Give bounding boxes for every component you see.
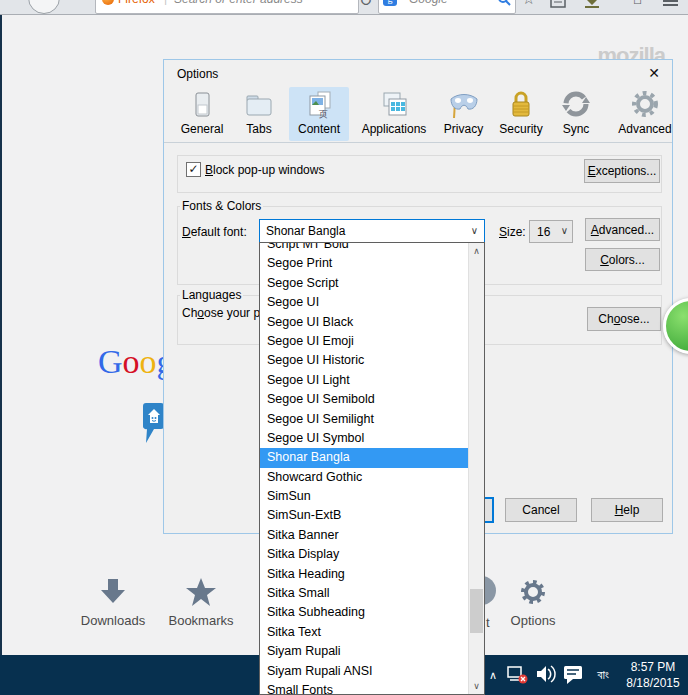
languages-group-title: Languages [180,288,243,302]
tab-general[interactable]: General [172,87,232,141]
scrollbar-down-icon[interactable]: ∨ [469,678,484,694]
font-option[interactable]: Sitka Subheading [260,603,469,622]
exceptions-button[interactable]: Exceptions... [584,159,660,183]
size-label: Size: [499,225,526,239]
options-shortcut[interactable]: Options [492,577,574,628]
font-option[interactable]: Segoe UI [260,293,469,312]
combo-chevron-icon: ∨ [471,225,478,236]
url-input[interactable]: Search or enter address [174,0,303,6]
firefox-chip-label: Firefox [118,0,155,6]
fonts-group-title: Fonts & Colors [180,199,263,213]
google-logo: Goog [98,343,163,393]
font-option[interactable]: Segoe UI Semilight [260,410,469,429]
url-separator: | [164,0,167,5]
tabs-icon [243,89,275,121]
url-bar[interactable]: Firefox | Search or enter address ∨ [95,0,359,14]
content-icon-char: 页 [318,109,328,119]
network-error-icon[interactable] [506,655,530,695]
scrollbar-up-icon[interactable]: ∧ [469,243,484,259]
notifications-icon[interactable] [562,655,584,695]
dropdown-scrollbar[interactable]: ∧ ∨ [468,243,484,694]
tab-sync[interactable]: Sync [554,87,598,141]
font-option[interactable]: Segoe UI Semibold [260,390,469,409]
font-option[interactable]: SimSun [260,487,469,506]
font-option[interactable]: Segoe Print [260,254,469,273]
cancel-button[interactable]: Cancel [505,498,577,522]
tab-applications[interactable]: Applications [353,87,435,141]
tab-label: Privacy [436,122,491,136]
font-option[interactable]: Small Fonts [260,681,469,694]
font-option[interactable]: Sitka Heading [260,565,469,584]
font-option[interactable]: SimSun-ExtB [260,506,469,525]
tab-tabs[interactable]: Tabs [236,87,282,141]
bookmarks-shortcut[interactable]: Bookmarks [160,577,242,628]
tab-privacy[interactable]: Privacy [436,87,491,141]
search-icon[interactable] [497,0,511,6]
downloads-shortcut[interactable]: Downloads [72,577,154,628]
applications-icon [378,89,410,121]
menu-icon[interactable] [663,0,678,8]
search-input[interactable]: Google [409,0,448,6]
reload-icon[interactable]: ↻ [359,0,372,10]
google-logo-letter: o [123,343,140,380]
colors-button[interactable]: Colors... [585,248,660,271]
dialog-title: Options [177,67,218,81]
dialog-tab-strip: General Tabs 页 Content [164,86,672,143]
url-dropdown-chevron-icon[interactable]: ∨ [347,0,354,2]
tab-label: Applications [353,122,435,136]
privacy-mask-icon [448,89,480,121]
font-option[interactable]: Sitka Banner [260,526,469,545]
gear-icon [518,577,548,607]
clock-time: 8:57 PM [631,659,676,675]
font-option[interactable]: Segoe Script [260,274,469,293]
close-icon[interactable]: ✕ [648,65,660,81]
general-icon [186,89,218,121]
default-browser-pin-icon[interactable] [143,403,165,447]
tab-advanced[interactable]: Advanced [614,87,676,141]
font-option[interactable]: Segoe UI Historic [260,351,469,370]
bookmarks-panel-icon[interactable] [550,0,566,8]
scrollbar-thumb[interactable] [470,589,483,633]
home-icon[interactable]: ⌂ [633,0,642,7]
star-icon [185,577,217,607]
size-select[interactable]: 16 ∨ [529,220,573,243]
google-icon: g [383,0,397,6]
font-option[interactable]: Segoe UI Black [260,313,469,332]
default-font-select[interactable]: Shonar Bangla ∨ [259,219,485,243]
volume-icon[interactable] [534,655,558,695]
font-option[interactable]: Script MT Bold [260,243,469,254]
font-option[interactable]: Segoe UI Emoji [260,332,469,351]
font-option[interactable]: Sitka Small [260,584,469,603]
downloads-toolbar-icon[interactable] [583,0,601,8]
font-option-list: Script MT BoldSegoe PrintSegoe ScriptSeg… [260,243,469,694]
font-option[interactable]: Shonar Bangla [260,448,469,467]
language-indicator[interactable]: বাং [588,655,618,695]
tray-expand-chevron[interactable]: ∧ [484,655,502,695]
block-popups-label: Block pop-up windows [205,163,324,177]
font-option[interactable]: Sitka Display [260,545,469,564]
font-option[interactable]: Siyam Rupali [260,642,469,661]
font-option[interactable]: Segoe UI Symbol [260,429,469,448]
default-font-label: Default font: [182,225,247,239]
choose-button[interactable]: Choose... [587,307,661,331]
block-popups-checkbox[interactable]: ✓ [186,162,201,177]
font-option[interactable]: Showcard Gothic [260,468,469,487]
tab-security[interactable]: Security [493,87,549,141]
back-button[interactable] [28,0,60,14]
help-button[interactable]: Help [591,498,663,522]
clock[interactable]: 8:57 PM 8/18/2015 [620,655,686,695]
advanced-fonts-button[interactable]: Advanced... [585,218,660,241]
bookmark-star-icon[interactable]: ☆ [522,0,535,8]
font-option[interactable]: Siyam Rupali ANSI [260,662,469,681]
options-shortcut-label: Options [511,613,556,628]
tab-label: Content [289,122,349,136]
tab-label: Tabs [236,122,282,136]
tab-content[interactable]: 页 Content [289,87,349,141]
search-box[interactable]: g ▾ Google [378,0,516,14]
tab-label: General [172,122,232,136]
firefox-icon [102,0,114,5]
desktop-edge [0,15,2,655]
font-option[interactable]: Segoe UI Light [260,371,469,390]
search-engine-dropdown-icon[interactable]: ▾ [399,0,403,1]
font-option[interactable]: Sitka Text [260,623,469,642]
